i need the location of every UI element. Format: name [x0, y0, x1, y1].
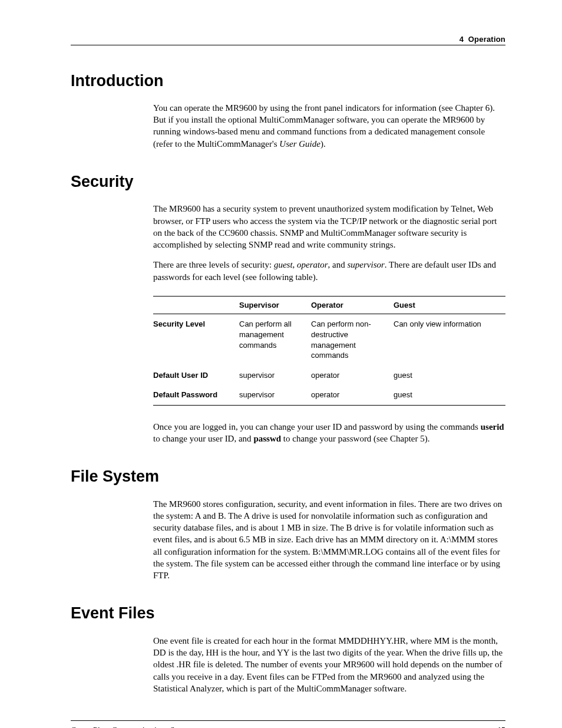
heading-file-system: File System [71, 466, 505, 487]
security-body: The MR9600 has a security system to prev… [153, 203, 505, 283]
text: to change your password (see Chapter 5). [281, 434, 429, 443]
intro-paragraph: You can operate the MR9600 by using the … [153, 102, 505, 150]
security-body-2: Once you are logged in, you can change y… [153, 421, 505, 445]
col-guest: Guest [394, 296, 505, 314]
table-row: Security Level Can perform all managemen… [153, 314, 505, 365]
text-italic: guest [274, 260, 293, 269]
text-italic: supervisor [348, 260, 385, 269]
col-supervisor: Supervisor [239, 296, 311, 314]
cell: supervisor [239, 385, 311, 405]
cell: operator [311, 365, 394, 386]
text: Once you are logged in, you can change y… [153, 422, 481, 431]
cell: operator [311, 385, 394, 405]
text: ). [320, 139, 326, 149]
cell: supervisor [239, 365, 311, 386]
row-label: Default User ID [153, 365, 239, 386]
heading-event-files: Event Files [71, 602, 505, 624]
text-italic: User Guide [279, 139, 320, 149]
table-row: Default Password supervisor operator gue… [153, 385, 505, 405]
filesys-body: The MR9600 stores configuration, securit… [153, 498, 505, 582]
page-content: Introduction You can operate the MR9600 … [71, 49, 505, 703]
text: , and [328, 260, 348, 269]
security-paragraph-1: The MR9600 has a security system to prev… [153, 203, 505, 251]
text-italic: operator [297, 260, 328, 269]
security-paragraph-2: There are three levels of security: gues… [153, 259, 505, 283]
security-table-wrap: Supervisor Operator Guest Security Level… [153, 296, 505, 406]
heading-security: Security [71, 171, 505, 192]
heading-introduction: Introduction [71, 70, 505, 91]
intro-body: You can operate the MR9600 by using the … [153, 102, 505, 150]
text: There are three levels of security: [153, 260, 274, 269]
text: , [293, 260, 297, 269]
page: 4 Operation Introduction You can operate… [0, 0, 562, 728]
cell: Can perform all management commands [239, 314, 311, 365]
footer-title: CommPlete Communications Server [71, 726, 191, 728]
security-paragraph-3: Once you are logged in, you can change y… [153, 421, 505, 445]
eventfiles-body: One event file is created for each hour … [153, 635, 505, 694]
col-operator: Operator [311, 296, 394, 314]
text: to change your user ID, and [153, 434, 253, 443]
table-header-row: Supervisor Operator Guest [153, 296, 505, 314]
page-footer: CommPlete Communications Server 15 [71, 720, 505, 728]
text-bold: userid [481, 422, 504, 431]
eventfiles-paragraph: One event file is created for each hour … [153, 635, 505, 694]
cell: Can perform non-destructive management c… [311, 314, 394, 365]
table-row: Default User ID supervisor operator gues… [153, 365, 505, 386]
row-label: Security Level [153, 314, 239, 365]
page-number: 15 [497, 726, 505, 728]
chapter-title: Operation [468, 35, 505, 44]
cell: guest [394, 385, 505, 405]
running-head: 4 Operation [71, 34, 505, 45]
row-label: Default Password [153, 385, 239, 405]
filesys-paragraph: The MR9600 stores configuration, securit… [153, 498, 505, 582]
col-blank [153, 296, 239, 314]
cell: guest [394, 365, 505, 386]
header-rule [71, 45, 505, 45]
text-bold: passwd [253, 434, 281, 443]
cell: Can only view information [394, 314, 505, 365]
chapter-number: 4 [459, 35, 464, 44]
security-table: Supervisor Operator Guest Security Level… [153, 296, 505, 406]
